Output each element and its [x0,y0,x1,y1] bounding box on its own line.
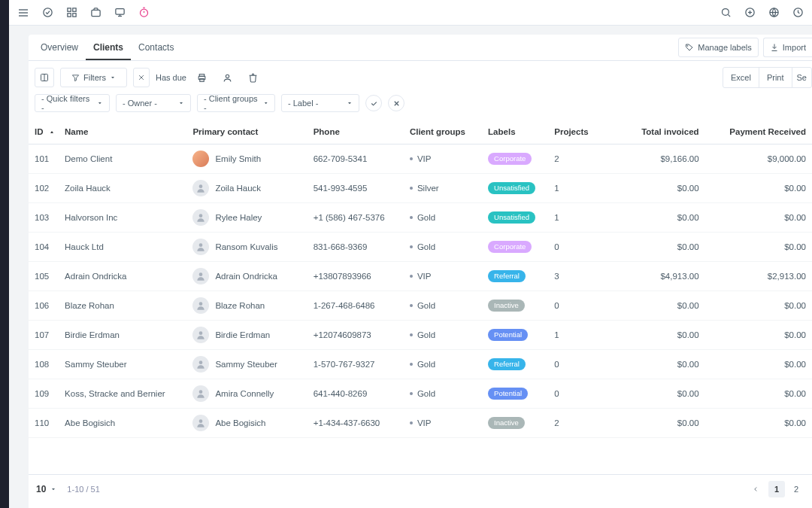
cell-contact[interactable]: Zoila Hauck [186,174,307,203]
table-row[interactable]: 110Abe BogisichAbe Bogisich+1-434-437-66… [29,409,812,438]
sidebar-sliver [0,0,9,508]
col-labels[interactable]: Labels [482,120,548,144]
cell-name[interactable]: Koss, Stracke and Bernier [59,379,186,409]
table-row[interactable]: 101Demo ClientEmily Smith662-709-5341VIP… [29,144,812,174]
export-excel-button[interactable]: Excel [723,68,759,87]
col-phone[interactable]: Phone [308,120,404,144]
quick-filters-select[interactable]: - Quick filters - [35,94,110,112]
cell-name[interactable]: Sammy Steuber [59,350,186,379]
table-row[interactable]: 108Sammy SteuberSammy Steuber1-570-767-9… [29,350,812,379]
tab-contacts[interactable]: Contacts [131,35,181,60]
cell-name[interactable]: Birdie Erdman [59,321,186,350]
cell-payment: $0.00 [705,321,812,350]
export-print-button[interactable]: Print [759,68,792,87]
cell-contact[interactable]: Emily Smith [186,144,307,174]
cell-projects: 2 [548,409,598,438]
monitor-icon[interactable] [113,6,126,20]
cell-id: 108 [29,350,59,379]
col-contact[interactable]: Primary contact [186,120,307,144]
cell-contact[interactable]: Birdie Erdman [186,321,307,350]
table-row[interactable]: 102Zoila HauckZoila Hauck541-993-4595Sil… [29,174,812,203]
col-name[interactable]: Name [59,120,186,144]
cell-name[interactable]: Demo Client [59,144,186,174]
cell-id: 103 [29,203,59,233]
cell-contact[interactable]: Amira Connelly [186,379,307,409]
cell-contact[interactable]: Ransom Kuvalis [186,233,307,262]
apply-filter-button[interactable] [365,95,382,111]
cell-projects: 1 [548,321,598,350]
cell-name[interactable]: Zoila Hauck [59,174,186,203]
clear-filter-button[interactable] [133,68,150,87]
col-id[interactable]: ID [29,120,59,144]
cell-contact[interactable]: Rylee Haley [186,203,307,233]
cell-name[interactable]: Adrain Ondricka [59,262,186,291]
trash-icon-button[interactable] [244,68,263,87]
table-row[interactable]: 105Adrain OndrickaAdrain Ondricka+138078… [29,262,812,291]
cell-contact[interactable]: Adrain Ondricka [186,262,307,291]
clock-icon[interactable] [791,6,804,20]
table-row[interactable]: 103Halvorson IncRylee Haley+1 (586) 467-… [29,203,812,233]
cell-phone: 641-440-8269 [308,379,404,409]
col-projects[interactable]: Projects [548,120,598,144]
svg-rect-6 [67,14,70,17]
cell-invoiced: $0.00 [598,409,704,438]
briefcase-icon[interactable] [89,6,102,20]
table-row[interactable]: 107Birdie ErdmanBirdie Erdman+1207460987… [29,321,812,350]
stopwatch-icon[interactable] [137,6,150,20]
cell-payment: $0.00 [705,379,812,409]
cell-name[interactable]: Blaze Rohan [59,291,186,321]
plus-circle-icon[interactable] [743,6,756,20]
search-icon[interactable] [719,6,732,20]
cell-group: VIP [404,144,482,174]
manage-labels-button[interactable]: Manage labels [678,38,759,57]
topbar [9,0,812,26]
cell-name[interactable]: Hauck Ltd [59,233,186,262]
check-circle-icon[interactable] [41,6,54,20]
avatar [192,151,209,167]
svg-rect-9 [115,9,123,15]
cell-label: Inactive [482,291,548,321]
cell-group: Gold [404,291,482,321]
tab-overview[interactable]: Overview [33,35,86,60]
page-2-button[interactable]: 2 [788,481,804,497]
grid-icon[interactable] [65,6,78,20]
print-icon-button[interactable] [192,68,212,87]
cell-name[interactable]: Abe Bogisich [59,409,186,438]
svg-line-16 [728,14,730,17]
prev-page-button[interactable] [747,481,764,497]
table-search-button[interactable]: Se [792,68,811,87]
tab-clients[interactable]: Clients [86,35,131,60]
import-button[interactable]: Import [763,38,812,57]
client-groups-select[interactable]: - Client groups - [197,94,275,112]
per-page-select[interactable]: 10 [36,484,56,494]
owner-select[interactable]: - Owner - [116,94,191,112]
avatar [192,180,209,196]
col-invoiced[interactable]: Total invoiced [598,120,704,144]
cell-phone: 1-570-767-9327 [308,350,404,379]
table-row[interactable]: 109Koss, Stracke and BernierAmira Connel… [29,379,812,409]
col-payment[interactable]: Payment Received [705,120,812,144]
columns-button[interactable] [35,68,54,87]
cell-id: 102 [29,174,59,203]
page-1-button[interactable]: 1 [768,481,785,497]
cell-name[interactable]: Halvorson Inc [59,203,186,233]
cell-label: Potential [482,321,548,350]
cell-label: Unsatisfied [482,174,548,203]
cell-contact[interactable]: Sammy Steuber [186,350,307,379]
cell-group: Gold [404,203,482,233]
svg-marker-27 [111,77,114,78]
col-groups[interactable]: Client groups [404,120,482,144]
reset-filter-button[interactable] [388,95,404,111]
cell-label: Inactive [482,409,548,438]
filters-button[interactable]: Filters [60,68,127,87]
label-select[interactable]: - Label - [281,94,359,112]
cell-contact[interactable]: Abe Bogisich [186,409,307,438]
cell-group: Gold [404,379,482,409]
cell-contact[interactable]: Blaze Rohan [186,291,307,321]
person-icon-button[interactable] [218,68,238,87]
has-due-label: Has due [156,73,186,82]
globe-icon[interactable] [767,6,780,20]
menu-icon[interactable] [17,6,30,20]
table-row[interactable]: 104Hauck LtdRansom Kuvalis831-668-9369Go… [29,233,812,262]
table-row[interactable]: 106Blaze RohanBlaze Rohan1-267-468-6486G… [29,291,812,321]
